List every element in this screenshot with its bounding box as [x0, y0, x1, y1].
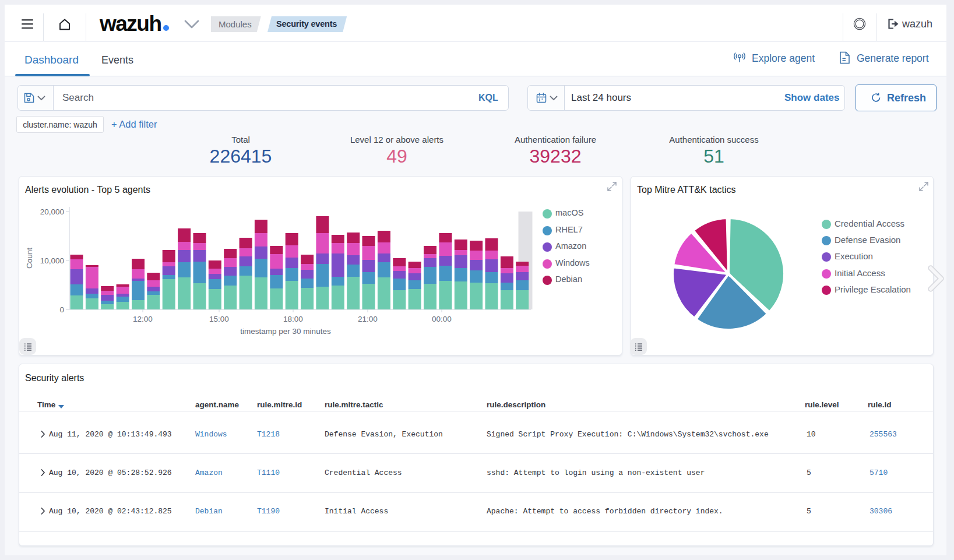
svg-text:18:00: 18:00 [283, 315, 303, 323]
svg-text:0: 0 [59, 305, 64, 314]
svg-text:00:00: 00:00 [432, 315, 452, 323]
svg-text:15:00: 15:00 [209, 315, 229, 323]
svg-text:timestamp per 30 minutes: timestamp per 30 minutes [240, 327, 331, 336]
svg-text:20,000: 20,000 [40, 207, 64, 216]
svg-text:21:00: 21:00 [358, 315, 378, 323]
svg-text:12:00: 12:00 [133, 315, 153, 323]
svg-text:10,000: 10,000 [40, 256, 64, 265]
